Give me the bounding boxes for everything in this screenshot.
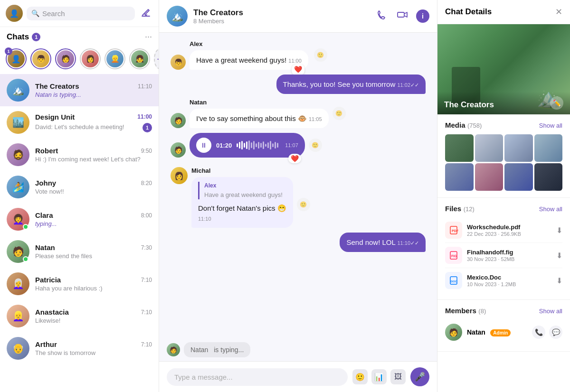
- story-item[interactable]: 👧: [129, 48, 150, 69]
- chat-name: Robert: [35, 147, 58, 155]
- chat-info: Natan 7:30 Please send the files: [35, 243, 152, 260]
- file-info: Mexico.Doc 10 Nov 2023 · 1.2MB: [467, 274, 551, 287]
- more-options-button[interactable]: ···: [145, 32, 152, 42]
- chat-preview: Likewise!: [35, 317, 152, 324]
- message-input-area: Type a message... 🙂 📊 🖼 🎤: [159, 361, 437, 392]
- message-bubble: I've to say something about this 🐵 11:05: [190, 109, 329, 128]
- chat-time: 11:00: [137, 113, 152, 120]
- message-bubble: Alex Have a great weekend guys! Don't fo…: [191, 177, 293, 228]
- file-item-mexico-doc[interactable]: DOC Mexico.Doc 10 Nov 2023 · 1.2MB ⬇: [445, 268, 562, 293]
- chat-info: Johny 8:20 Vote now!!: [35, 179, 152, 195]
- story-item[interactable]: 👤 1: [6, 48, 27, 69]
- search-bar[interactable]: 🔍 Search: [27, 7, 135, 20]
- file-download-button[interactable]: ⬇: [556, 251, 562, 260]
- show-all-members-button[interactable]: Show all: [539, 308, 562, 315]
- group-banner: The Creators ✏️: [437, 24, 570, 114]
- message-input[interactable]: Type a message...: [167, 368, 348, 386]
- chat-item-patricia[interactable]: 👩‍🦳 Patricia 7:10 Haha you are hilarious…: [0, 268, 159, 300]
- chat-item-natan[interactable]: 🧑 Natan 7:30 Please send the files: [0, 235, 159, 268]
- voice-play-button[interactable]: ⏸: [196, 138, 211, 153]
- media-thumb[interactable]: [445, 134, 474, 162]
- media-thumb[interactable]: [504, 134, 533, 162]
- media-thumb[interactable]: [475, 163, 504, 191]
- sidebar: 👤 🔍 Search Chats 1 ··· 👤 1 �: [0, 0, 159, 392]
- message-content: Alex Have a great weekend guys! 11:00 ❤️: [190, 40, 308, 70]
- input-icons: 🙂 📊 🖼: [352, 369, 406, 384]
- typing-bubble: Natan is typing...: [184, 342, 250, 357]
- compose-button[interactable]: [139, 5, 153, 22]
- message-member-button[interactable]: 💬: [549, 326, 562, 339]
- message-text: Don't forget Natan's pics 😁: [198, 203, 286, 213]
- chat-item-arthur[interactable]: 👴 Arthur 7:10 The show is tomorrow: [0, 332, 159, 364]
- media-thumb[interactable]: [534, 163, 563, 191]
- typing-avatar: 🧑: [167, 343, 180, 356]
- chat-avatar: 👱‍♀️: [7, 305, 29, 327]
- voice-call-button[interactable]: [376, 9, 389, 24]
- chat-item-the-creators[interactable]: 🏔️ The Creators 11:10 Natan is typing...: [0, 74, 159, 106]
- media-thumb[interactable]: [475, 134, 504, 162]
- chat-preview: Natan is typing...: [35, 91, 152, 98]
- message-time: 11:10: [198, 215, 211, 223]
- chat-avatar: 👩‍🦱: [7, 208, 29, 231]
- media-thumb[interactable]: [534, 134, 563, 162]
- file-download-button[interactable]: ⬇: [556, 226, 562, 235]
- microphone-button[interactable]: 🎤: [410, 367, 429, 386]
- voice-duration: 01:20: [216, 142, 232, 149]
- chat-item-robert[interactable]: 🧔 Robert 9:50 Hi :) I'm coming next week…: [0, 139, 159, 171]
- info-button[interactable]: i: [416, 9, 429, 23]
- message-reaction: ❤️: [288, 154, 301, 163]
- call-member-button[interactable]: 📞: [532, 326, 545, 339]
- emoji-button[interactable]: 🙂: [352, 369, 368, 384]
- message-row: Send now! LOL 11:10 ✓✓: [171, 233, 426, 252]
- react-button[interactable]: 🙂: [297, 198, 310, 211]
- close-panel-button[interactable]: ✕: [555, 7, 562, 17]
- chat-item-clara[interactable]: 👩‍🦱 Clara 8:00 typing...: [0, 203, 159, 235]
- file-download-button[interactable]: ⬇: [556, 276, 562, 285]
- typing-name: Natan: [190, 346, 208, 354]
- react-button[interactable]: 🙂: [309, 139, 322, 152]
- file-item-workschedule[interactable]: PDF Workschedule.pdf 22 Dec 2023 · 256.9…: [445, 218, 562, 243]
- file-name: Finalhandoff.fig: [467, 249, 551, 256]
- chat-preview: Hi :) I'm coming next week! Let's chat?: [35, 156, 152, 163]
- media-thumb[interactable]: [504, 163, 533, 191]
- chat-name: Design Unit: [35, 113, 75, 121]
- chat-name: Natan: [35, 243, 55, 252]
- message-time: 11:00: [288, 57, 302, 65]
- media-thumb[interactable]: [445, 163, 474, 191]
- message-bubble: Have a great weekend guys! 11:00 ❤️: [190, 50, 308, 70]
- file-item-finalhandoff[interactable]: FIG Finalhandoff.fig 30 Nov 2023 · 52MB …: [445, 243, 562, 268]
- message-row: 👦 Alex Have a great weekend guys! 11:00 …: [171, 40, 426, 70]
- story-item[interactable]: 👱: [104, 48, 125, 69]
- react-button[interactable]: 🙂: [332, 107, 346, 120]
- image-button[interactable]: 🖼: [390, 369, 406, 384]
- chat-time: 7:30: [141, 244, 152, 251]
- story-item[interactable]: 👦: [30, 48, 51, 69]
- story-item[interactable]: 🧑: [55, 48, 76, 69]
- chat-time: 7:10: [141, 277, 152, 283]
- chat-info: Robert 9:50 Hi :) I'm coming next week! …: [35, 147, 152, 163]
- attachment-button[interactable]: 📊: [371, 369, 387, 384]
- show-all-files-button[interactable]: Show all: [539, 205, 562, 213]
- file-meta: 22 Dec 2023 · 256.9KB: [467, 231, 551, 237]
- chat-header-name: The Creators: [193, 8, 370, 18]
- chat-list: 🏔️ The Creators 11:10 Natan is typing...…: [0, 74, 159, 392]
- message-time: 11:07: [285, 142, 298, 148]
- react-button[interactable]: 🙂: [314, 48, 327, 62]
- chat-time: 8:00: [141, 212, 152, 219]
- add-story-button[interactable]: ＋: [154, 48, 159, 69]
- user-avatar[interactable]: 👤: [6, 5, 23, 22]
- chat-item-anastacia[interactable]: 👱‍♀️ Anastacia 7:10 Likewise!: [0, 300, 159, 332]
- message-sender: Michal: [191, 167, 293, 174]
- chat-item-johny[interactable]: 🏄 Johny 8:20 Vote now!!: [0, 171, 159, 203]
- video-call-button[interactable]: [396, 9, 408, 24]
- group-banner-name: The Creators: [444, 100, 494, 110]
- story-item[interactable]: 👩: [80, 48, 101, 69]
- chat-time: 7:10: [141, 309, 152, 316]
- chats-label: Chats 1: [7, 32, 40, 42]
- chat-item-design-unit[interactable]: 🏙️ Design Unit 11:00 David: Let's schedu…: [0, 106, 159, 139]
- chat-avatar: 🧑: [7, 240, 29, 263]
- show-all-media-button[interactable]: Show all: [539, 122, 562, 129]
- messages-area: 👦 Alex Have a great weekend guys! 11:00 …: [159, 33, 437, 338]
- message-reaction: ❤️: [292, 64, 304, 75]
- edit-group-button[interactable]: ✏️: [550, 96, 563, 110]
